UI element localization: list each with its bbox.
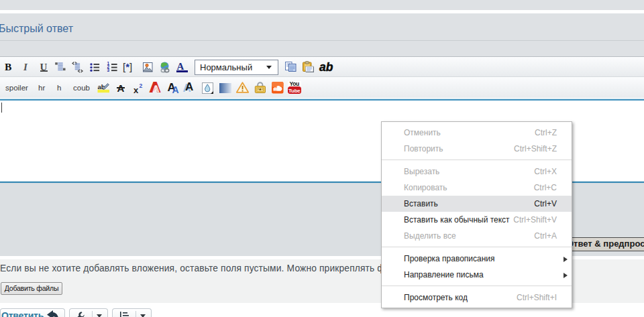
svg-text:3: 3 (107, 68, 110, 72)
